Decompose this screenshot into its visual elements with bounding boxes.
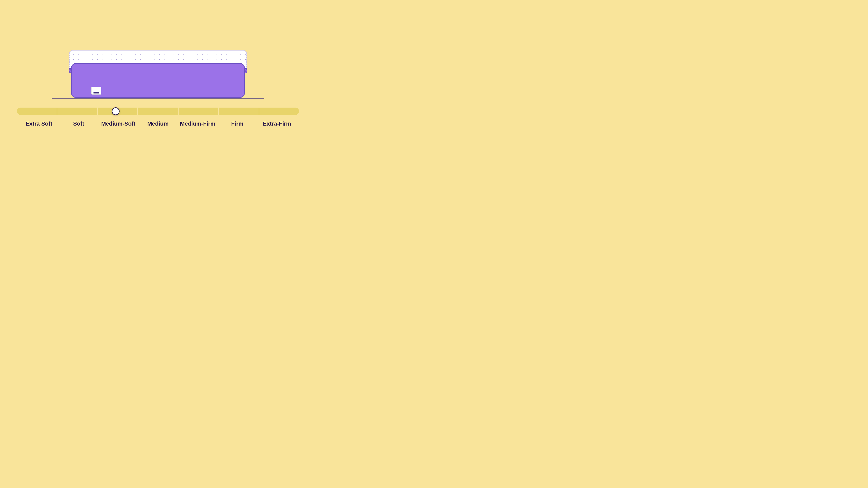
main-scene: Extra Soft Soft Medium-Soft Medium Mediu… [0,50,316,127]
floor-line [52,98,264,99]
slider-track[interactable] [17,107,299,115]
mattress-border-right [245,51,247,69]
slider-segment-7[interactable] [259,107,299,115]
slider-segment-1[interactable] [17,107,57,115]
slider-track-container[interactable] [17,106,299,116]
label-extra-soft[interactable]: Extra Soft [19,120,59,127]
mattress-illustration [69,50,247,98]
slider-thumb[interactable] [112,107,120,115]
slider-segment-5[interactable] [179,107,219,115]
slider-segment-4[interactable] [138,107,178,115]
slider-segment-2[interactable] [57,107,98,115]
slider-labels: Extra Soft Soft Medium-Soft Medium Mediu… [17,120,299,127]
label-extra-firm[interactable]: Extra-Firm [257,120,297,127]
mattress-tag-line [93,92,99,94]
mattress-border-left [69,51,71,69]
firmness-slider-section: Extra Soft Soft Medium-Soft Medium Mediu… [17,106,299,127]
label-medium-firm[interactable]: Medium-Firm [178,120,217,127]
label-medium-soft[interactable]: Medium-Soft [98,120,138,127]
label-medium[interactable]: Medium [138,120,178,127]
slider-dividers [17,107,299,115]
label-soft[interactable]: Soft [59,120,98,127]
mattress-label-tag [91,87,101,95]
label-firm[interactable]: Firm [217,120,257,127]
mattress-body [71,63,245,98]
slider-segment-6[interactable] [219,107,259,115]
